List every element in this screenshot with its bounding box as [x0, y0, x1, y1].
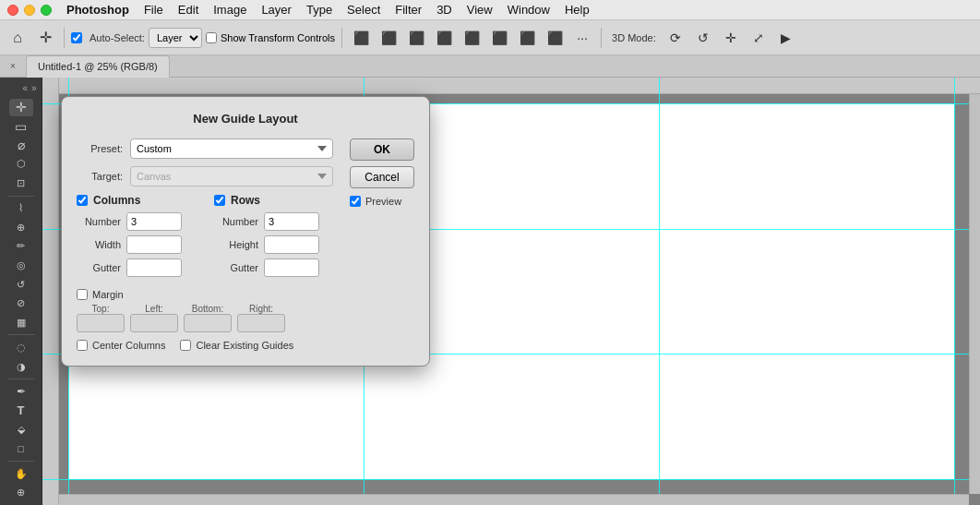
menu-edit[interactable]: Edit	[171, 0, 206, 20]
lasso-tool[interactable]: ⌀	[9, 137, 33, 154]
margin-checkbox[interactable]	[77, 289, 88, 300]
quick-select-tool[interactable]: ⬡	[9, 156, 33, 174]
preview-checkbox[interactable]	[350, 196, 361, 207]
columns-number-row: Number	[77, 212, 196, 231]
3d-mode-label: 3D Mode:	[612, 32, 656, 43]
eraser-tool[interactable]: ⊘	[9, 295, 33, 312]
margin-checkbox-label[interactable]: Margin	[77, 289, 333, 300]
ok-button[interactable]: OK	[350, 138, 414, 161]
margin-inputs-row: Top: Left: Bottom:	[77, 304, 333, 332]
show-transform-checkbox[interactable]	[206, 32, 217, 43]
columns-label: Columns	[93, 194, 140, 207]
align-center-v-btn[interactable]: ⬛	[460, 26, 484, 50]
columns-width-label: Width	[77, 239, 121, 250]
zoom-tool[interactable]: ⊕	[9, 485, 33, 502]
selection-tool[interactable]: ▭	[9, 118, 33, 136]
margin-left-input[interactable]	[130, 314, 178, 332]
clear-guides-checkbox[interactable]	[180, 340, 191, 351]
heal-tool[interactable]: ⊕	[9, 219, 33, 236]
margin-top-input[interactable]	[77, 314, 125, 332]
menu-select[interactable]: Select	[340, 0, 388, 20]
pen-tool[interactable]: ✒	[9, 383, 33, 401]
columns-section: Columns Number Width	[77, 194, 196, 282]
gradient-tool[interactable]: ▦	[9, 314, 33, 331]
home-btn[interactable]: ⌂	[6, 26, 30, 50]
auto-select-checkbox[interactable]	[71, 32, 82, 43]
rows-height-input[interactable]	[264, 235, 319, 254]
target-select[interactable]: Canvas	[130, 166, 333, 186]
3d-rotate-btn[interactable]: ⟳	[663, 26, 687, 50]
align-top-btn[interactable]: ⬛	[432, 26, 456, 50]
align-bottom-btn[interactable]: ⬛	[487, 26, 511, 50]
margin-top-col: Top:	[77, 304, 125, 332]
maximize-window-btn[interactable]	[41, 5, 52, 16]
distribute-h-btn[interactable]: ⬛	[515, 26, 539, 50]
preview-label[interactable]: Preview	[350, 196, 414, 207]
minimize-window-btn[interactable]	[24, 5, 35, 16]
brush-tool[interactable]: ✏	[9, 238, 33, 256]
3d-record-btn[interactable]: ▶	[774, 26, 798, 50]
align-center-h-btn[interactable]: ⬛	[376, 26, 400, 50]
crop-tool[interactable]: ⊡	[9, 174, 33, 192]
cancel-button[interactable]: Cancel	[350, 166, 414, 188]
toolbar-divider-3	[601, 28, 602, 48]
blur-tool[interactable]: ◌	[9, 339, 33, 356]
path-select-tool[interactable]: ⬙	[9, 421, 33, 439]
align-left-btn[interactable]: ⬛	[349, 26, 373, 50]
rows-number-row: Number	[214, 212, 333, 231]
rows-checkbox[interactable]	[214, 195, 225, 206]
center-columns-text: Center Columns	[92, 340, 165, 351]
margin-right-input[interactable]	[237, 314, 285, 332]
tab-untitled[interactable]: Untitled-1 @ 25% (RGB/8)	[26, 55, 170, 78]
center-columns-checkbox[interactable]	[77, 340, 88, 351]
margin-bottom-input[interactable]	[184, 314, 232, 332]
rows-gutter-row: Gutter	[214, 259, 333, 277]
rows-number-input[interactable]	[264, 212, 319, 231]
menu-type[interactable]: Type	[299, 0, 340, 20]
dodge-tool[interactable]: ◑	[9, 358, 33, 376]
columns-width-input[interactable]	[126, 235, 182, 254]
menu-image[interactable]: Image	[206, 0, 254, 20]
tool-header: « »	[4, 81, 39, 95]
move-tool-btn[interactable]: ✛	[33, 26, 57, 50]
distribute-v-btn[interactable]: ⬛	[543, 26, 567, 50]
tool-expand-btn[interactable]: »	[31, 83, 37, 93]
align-right-btn[interactable]: ⬛	[404, 26, 428, 50]
hand-tool[interactable]: ✋	[9, 465, 33, 483]
tab-close-icon[interactable]: ×	[6, 59, 20, 74]
preset-label: Preset:	[77, 143, 123, 154]
clear-guides-label[interactable]: Clear Existing Guides	[180, 340, 293, 351]
tool-collapse-btn[interactable]: «	[22, 83, 28, 93]
rows-height-row: Height	[214, 235, 333, 254]
center-columns-label[interactable]: Center Columns	[77, 340, 165, 351]
toolbar-divider-2	[341, 28, 342, 48]
tool-separator-1	[7, 196, 35, 197]
3d-move-btn[interactable]: ✛	[719, 26, 743, 50]
shape-tool[interactable]: □	[9, 440, 33, 458]
columns-number-input[interactable]	[126, 212, 182, 231]
clone-tool[interactable]: ◎	[9, 257, 33, 274]
rows-gutter-input[interactable]	[264, 259, 319, 277]
columns-checkbox[interactable]	[77, 195, 88, 206]
history-tool[interactable]: ↺	[9, 276, 33, 294]
menu-view[interactable]: View	[460, 0, 500, 20]
menu-filter[interactable]: Filter	[388, 0, 429, 20]
type-tool[interactable]: T	[9, 403, 33, 420]
menu-3d[interactable]: 3D	[429, 0, 460, 20]
columns-gutter-label: Gutter	[77, 262, 121, 273]
layer-select[interactable]: Layer	[149, 28, 202, 48]
close-window-btn[interactable]	[7, 5, 18, 16]
columns-gutter-input[interactable]	[126, 259, 182, 277]
canvas-area: New Guide Layout Preset: Custom	[42, 78, 980, 505]
menu-help[interactable]: Help	[557, 0, 597, 20]
3d-scale-btn[interactable]: ⤢	[747, 26, 771, 50]
move-tool[interactable]: ✛	[9, 99, 33, 116]
menu-app-name[interactable]: Photoshop	[59, 0, 137, 20]
3d-pan-btn[interactable]: ↺	[691, 26, 715, 50]
menu-window[interactable]: Window	[500, 0, 557, 20]
more-options-btn[interactable]: ···	[570, 26, 594, 50]
menu-layer[interactable]: Layer	[254, 0, 299, 20]
preset-select[interactable]: Custom	[130, 138, 333, 159]
menu-file[interactable]: File	[137, 0, 171, 20]
eyedropper-tool[interactable]: ⌇	[9, 200, 33, 218]
